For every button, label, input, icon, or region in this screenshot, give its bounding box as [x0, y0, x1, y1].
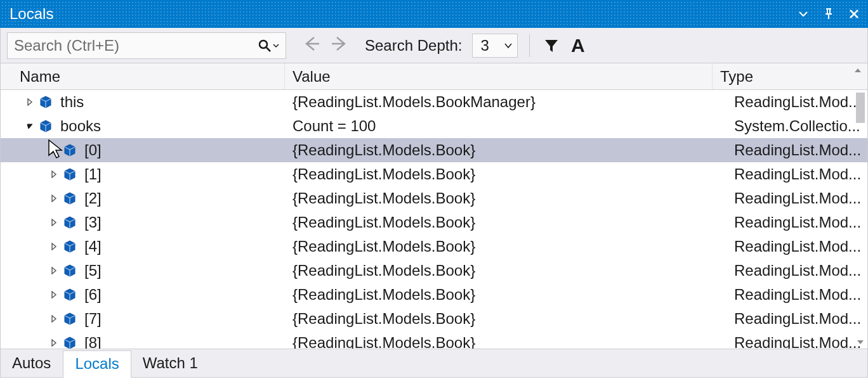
cell-name: [7]	[1, 310, 285, 328]
cell-name: [0]	[1, 141, 285, 159]
variable-name: [4]	[84, 238, 102, 255]
cell-name: [3]	[1, 214, 285, 231]
expand-icon[interactable]	[49, 217, 59, 228]
expand-icon[interactable]	[49, 266, 59, 276]
table-row[interactable]: [2]{ReadingList.Models.Book}ReadingList.…	[1, 186, 867, 210]
search-next-button[interactable]	[331, 34, 350, 57]
letter-a-icon: A	[571, 35, 585, 56]
search-depth-combo[interactable]: 3	[472, 34, 517, 58]
expand-icon[interactable]	[49, 290, 59, 300]
close-icon[interactable]	[847, 7, 861, 21]
table-row[interactable]: [3]{ReadingList.Models.Book}ReadingList.…	[1, 210, 867, 234]
object-icon	[39, 119, 53, 133]
table-row[interactable]: [0]{ReadingList.Models.Book}ReadingList.…	[1, 138, 867, 162]
expand-icon[interactable]	[49, 338, 59, 348]
scrollbar-thumb[interactable]	[856, 93, 865, 123]
column-headers: Name Value Type	[0, 63, 868, 90]
table-row[interactable]: [7]{ReadingList.Models.Book}ReadingList.…	[1, 307, 867, 331]
column-header-name[interactable]: Name	[1, 63, 285, 89]
tab-watch-1[interactable]: Watch 1	[131, 350, 210, 377]
toolbar: Search Depth: 3 A	[0, 28, 868, 63]
expand-icon[interactable]	[49, 314, 59, 324]
chevron-down-icon	[273, 42, 279, 49]
cell-value: {ReadingList.Models.Book}	[285, 165, 727, 183]
cell-value: {ReadingList.Models.Book}	[285, 334, 727, 349]
cell-type: ReadingList.Mod...	[727, 214, 867, 231]
chevron-down-icon	[504, 42, 512, 49]
expand-icon[interactable]	[49, 145, 59, 155]
search-depth-label: Search Depth:	[365, 37, 462, 55]
locals-grid: this{ReadingList.Models.BookManager}Read…	[0, 90, 868, 349]
filter-button[interactable]	[541, 35, 562, 56]
cell-value: Count = 100	[285, 117, 727, 135]
cell-value: {ReadingList.Models.Book}	[285, 286, 727, 304]
cell-name: this	[1, 93, 285, 111]
cell-value: {ReadingList.Models.Book}	[285, 310, 727, 328]
search-box	[7, 32, 286, 59]
search-prev-button[interactable]	[301, 34, 320, 57]
object-icon	[63, 312, 77, 326]
column-header-type-label: Type	[720, 68, 753, 86]
object-icon	[63, 264, 77, 278]
expand-icon[interactable]	[49, 193, 59, 203]
cell-value: {ReadingList.Models.Book}	[285, 190, 727, 207]
table-row[interactable]: booksCount = 100System.Collectio...	[1, 114, 867, 138]
debug-tab-strip: AutosLocalsWatch 1	[0, 349, 868, 378]
pin-icon[interactable]	[822, 7, 836, 21]
cell-type: ReadingList.Mod...	[727, 310, 867, 328]
table-row[interactable]: [5]{ReadingList.Models.Book}ReadingList.…	[1, 259, 867, 283]
vertical-scrollbar[interactable]	[853, 90, 867, 349]
variable-name: [2]	[84, 190, 102, 207]
text-style-button[interactable]: A	[568, 35, 588, 56]
variable-name: [0]	[84, 141, 102, 159]
variable-name: [8]	[84, 334, 102, 349]
cell-name: [2]	[1, 190, 285, 207]
table-row[interactable]: [4]{ReadingList.Models.Book}ReadingList.…	[1, 234, 867, 259]
variable-name: [5]	[84, 262, 102, 279]
object-icon	[63, 240, 77, 254]
object-icon	[63, 143, 77, 157]
table-row[interactable]: this{ReadingList.Models.BookManager}Read…	[1, 90, 867, 114]
scroll-down-icon[interactable]	[856, 336, 865, 349]
scroll-up-icon	[853, 66, 862, 75]
column-header-value[interactable]: Value	[285, 63, 713, 89]
expand-icon[interactable]	[25, 97, 35, 107]
window-menu-icon[interactable]	[796, 7, 810, 21]
table-row[interactable]: [8]{ReadingList.Models.Book}ReadingList.…	[1, 331, 867, 349]
funnel-icon	[543, 37, 560, 54]
cell-type: ReadingList.Mod...	[727, 286, 867, 304]
expand-icon[interactable]	[49, 169, 59, 179]
variable-name: [3]	[84, 214, 102, 231]
tab-locals[interactable]: Locals	[63, 350, 131, 378]
collapse-icon[interactable]	[25, 121, 35, 131]
object-icon	[63, 215, 77, 229]
object-icon	[63, 191, 77, 205]
variable-name: [6]	[84, 286, 102, 304]
variable-name: this	[60, 93, 84, 111]
cell-type: ReadingList.Mod...	[727, 238, 867, 255]
cell-value: {ReadingList.Models.Book}	[285, 238, 727, 255]
cell-type: System.Collectio...	[727, 117, 867, 135]
variable-name: [1]	[84, 165, 102, 183]
cell-type: ReadingList.Mod...	[727, 141, 867, 159]
cell-name: [1]	[1, 165, 285, 183]
cell-type: ReadingList.Mod...	[727, 93, 867, 111]
search-button[interactable]	[255, 39, 282, 53]
variable-name: books	[60, 117, 101, 135]
grid-body[interactable]: this{ReadingList.Models.BookManager}Read…	[1, 90, 867, 349]
search-depth-value: 3	[480, 37, 489, 55]
cell-name: [4]	[1, 238, 285, 255]
table-row[interactable]: [6]{ReadingList.Models.Book}ReadingList.…	[1, 283, 867, 307]
object-icon	[63, 167, 77, 181]
cell-type: ReadingList.Mod...	[727, 165, 867, 183]
window-title: Locals	[10, 5, 796, 23]
object-icon	[63, 288, 77, 302]
column-header-type[interactable]: Type	[713, 63, 867, 89]
search-input[interactable]	[14, 37, 255, 55]
cell-value: {ReadingList.Models.Book}	[285, 141, 727, 159]
cell-name: [5]	[1, 262, 285, 279]
object-icon	[63, 336, 77, 349]
table-row[interactable]: [1]{ReadingList.Models.Book}ReadingList.…	[1, 162, 867, 186]
tab-autos[interactable]: Autos	[1, 350, 63, 377]
expand-icon[interactable]	[49, 241, 59, 252]
